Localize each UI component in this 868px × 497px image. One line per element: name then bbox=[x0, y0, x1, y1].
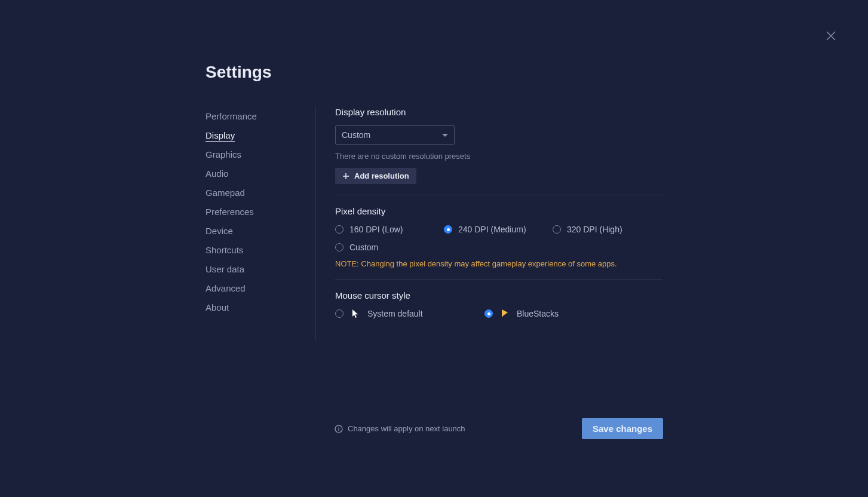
radio-dpi-320[interactable]: 320 DPI (High) bbox=[553, 225, 642, 234]
radio-label: 240 DPI (Medium) bbox=[458, 225, 526, 234]
sidebar-item-audio[interactable]: Audio bbox=[206, 164, 303, 183]
sidebar-item-preferences[interactable]: Preferences bbox=[206, 203, 303, 222]
radio-cursor-bluestacks[interactable]: BlueStacks bbox=[484, 309, 634, 318]
radio-icon bbox=[553, 225, 561, 234]
chevron-down-icon bbox=[442, 134, 448, 137]
page-title: Settings bbox=[206, 63, 662, 82]
sidebar-item-performance[interactable]: Performance bbox=[206, 107, 303, 126]
add-resolution-button[interactable]: Add resolution bbox=[335, 168, 416, 184]
radio-dpi-160[interactable]: 160 DPI (Low) bbox=[335, 225, 444, 234]
svg-point-6 bbox=[338, 427, 339, 427]
sidebar-item-user-data[interactable]: User data bbox=[206, 260, 303, 279]
footer-info-text: Changes will apply on next launch bbox=[348, 424, 465, 433]
radio-icon bbox=[484, 309, 493, 318]
add-resolution-label: Add resolution bbox=[354, 171, 409, 180]
resolution-select-value: Custom bbox=[342, 130, 370, 140]
sidebar-item-gamepad[interactable]: Gamepad bbox=[206, 183, 303, 203]
section-display-resolution: Display resolution Custom There are no c… bbox=[335, 107, 662, 195]
close-icon bbox=[824, 29, 838, 43]
radio-icon bbox=[335, 225, 343, 234]
cursor-bluestacks-icon bbox=[500, 309, 510, 318]
pixel-density-note: NOTE: Changing the pixel density may aff… bbox=[335, 259, 662, 268]
radio-icon bbox=[335, 243, 343, 251]
cursor-system-icon bbox=[351, 309, 360, 318]
radio-label: 320 DPI (High) bbox=[567, 225, 622, 234]
sidebar-item-shortcuts[interactable]: Shortcuts bbox=[206, 241, 303, 260]
section-title-density: Pixel density bbox=[335, 206, 662, 216]
radio-dpi-240[interactable]: 240 DPI (Medium) bbox=[444, 225, 553, 234]
resolution-helper-text: There are no custom resolution presets bbox=[335, 152, 662, 161]
section-title-cursor: Mouse cursor style bbox=[335, 290, 662, 300]
radio-icon bbox=[335, 309, 343, 318]
plus-icon bbox=[342, 173, 349, 180]
sidebar-item-display[interactable]: Display bbox=[206, 126, 303, 145]
radio-dpi-custom[interactable]: Custom bbox=[335, 243, 662, 252]
sidebar-item-device[interactable]: Device bbox=[206, 222, 303, 241]
close-button[interactable] bbox=[824, 29, 838, 43]
settings-sidebar: Performance Display Graphics Audio Gamep… bbox=[206, 107, 316, 340]
cursor-label: BlueStacks bbox=[517, 309, 559, 318]
sidebar-item-graphics[interactable]: Graphics bbox=[206, 145, 303, 164]
cursor-label: System default bbox=[367, 309, 423, 318]
sidebar-item-about[interactable]: About bbox=[206, 298, 303, 317]
radio-icon bbox=[444, 225, 452, 234]
section-pixel-density: Pixel density 160 DPI (Low) 240 DPI (Med… bbox=[335, 206, 662, 280]
section-cursor-style: Mouse cursor style System default bbox=[335, 290, 662, 329]
save-changes-button[interactable]: Save changes bbox=[582, 418, 663, 439]
info-icon bbox=[335, 425, 343, 433]
footer-bar: Changes will apply on next launch Save c… bbox=[335, 418, 663, 439]
radio-label: Custom bbox=[349, 243, 378, 252]
radio-cursor-system-default[interactable]: System default bbox=[335, 309, 484, 318]
section-title-resolution: Display resolution bbox=[335, 107, 662, 117]
radio-label: 160 DPI (Low) bbox=[349, 225, 403, 234]
sidebar-item-advanced[interactable]: Advanced bbox=[206, 279, 303, 298]
resolution-select[interactable]: Custom bbox=[335, 125, 455, 145]
